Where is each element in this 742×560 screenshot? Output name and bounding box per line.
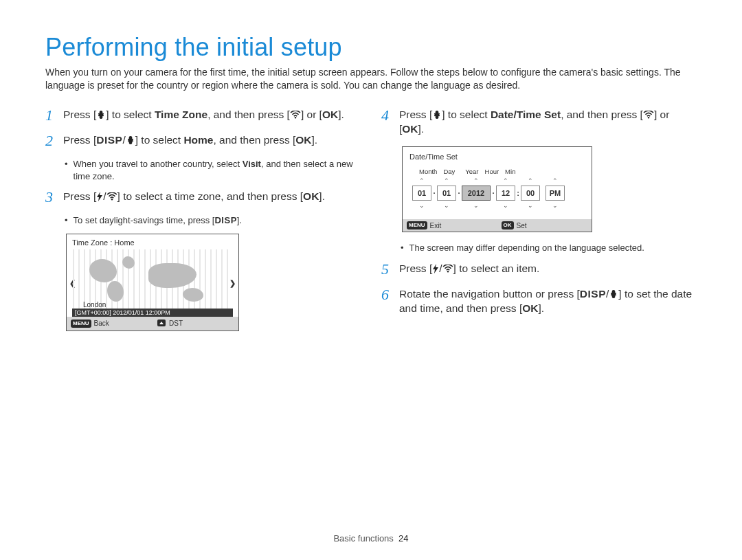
dt-day[interactable]: ⌃ 01 ⌄ [437,178,456,208]
macro-down-icon [609,289,618,299]
bold-text: Visit [243,159,261,169]
macro-down-icon [96,110,106,120]
step-number: 2 [45,133,56,148]
text: Press [ [399,262,432,274]
flash-icon [432,264,439,273]
intro-text: When you turn on your camera for the fir… [45,66,697,92]
step-number: 3 [45,189,56,205]
text: ]. [312,134,318,146]
timezone-gmt: [GMT+00:00] 2012/01/01 12:00PM [72,309,233,317]
disp-up-icon [157,318,166,328]
text: Set [517,222,527,229]
hdr-month: Month [419,168,437,175]
text: , and then press [ [207,109,290,120]
panel-title: Date/Time Set [403,147,592,165]
dt-month[interactable]: ⌃ 01 ⌄ [412,178,431,208]
dt-hour[interactable]: ⌃ 12 ⌄ [496,178,515,208]
timezone-city: London [83,301,106,309]
svg-point-3 [648,117,649,118]
panel-set[interactable]: OK Set [497,219,592,232]
flash-icon [96,192,103,201]
caret-down-icon: ⌄ [419,203,425,208]
hdr-min: Min [505,168,515,175]
caret-up-icon: ⌃ [473,178,479,183]
caret-down-icon: ⌄ [552,203,558,208]
text: When you travel to another country, sele… [74,159,243,169]
panel-exit[interactable]: MENU Exit [403,219,497,232]
caret-down-icon: ⌄ [473,203,479,208]
svg-point-0 [295,117,296,118]
hdr-year: Year [465,168,478,175]
page-footer: Basic functions 24 [0,533,742,544]
text: Press [ [63,109,96,120]
disp-label: DISP [96,134,122,146]
dt-ampm[interactable]: ⌃ PM ⌄ [546,178,565,208]
step-3-sub: To set daylight-savings time, press [DIS… [65,214,361,227]
panel-title: Time Zone : Home [67,234,238,249]
dt-value: PM [546,186,565,201]
panel-dst[interactable]: DST [153,317,238,331]
text: ]. [319,190,325,202]
text: ] or [ [301,109,322,120]
text: Press [ [63,190,96,202]
wifi-icon [643,110,654,120]
step-number: 1 [45,107,56,123]
caret-up-icon: ⌃ [444,178,449,183]
macro-down-icon [126,135,135,145]
menu-tag-icon: MENU [71,320,91,328]
ok-label: OK [295,134,311,146]
caret-up-icon: ⌃ [528,178,533,183]
step-6: 6 Rotate the navigation button or press … [381,287,697,316]
arrow-right-icon[interactable]: ❯ [229,278,236,287]
disp-label: DISP [580,288,606,300]
step-4: 4 Press [] to select Date/Time Set, and … [381,107,697,137]
macro-down-icon [432,110,442,120]
hdr-day: Day [443,168,455,175]
text: ] to select [135,134,184,146]
step-3: 3 Press [/] to select a time zone, and t… [45,189,361,205]
left-column: 1 Press [] to select Time Zone, and then… [45,107,361,331]
ok-tag-icon: OK [502,221,514,229]
right-column: 4 Press [] to select Date/Time Set, and … [381,107,697,331]
hdr-hour: Hour [485,168,499,175]
caret-down-icon: ⌄ [528,203,533,208]
text: To set daylight-savings time, press [ [74,215,215,225]
text: ] to select a time zone, and then press … [117,190,304,202]
page-number: 24 [398,533,408,544]
dt-value: 01 [437,186,456,201]
text: Press [ [63,134,96,146]
text: ]. [538,302,544,314]
text: ] to select an item. [453,262,540,274]
dt-min[interactable]: ⌃ 00 ⌄ [521,178,540,208]
dt-year[interactable]: ⌃ 2012 ⌄ [462,178,491,208]
step-4-sub: The screen may differ depending on the l… [401,242,697,254]
caret-up-icon: ⌃ [503,178,508,183]
step-number: 6 [381,287,392,316]
page-title: Performing the initial setup [45,33,697,62]
disp-label: DISP [214,215,236,225]
footer-section: Basic functions [333,533,393,544]
dt-value: 01 [412,186,431,201]
wifi-icon [442,264,453,273]
bold-text: Time Zone [155,109,207,120]
step-2-sub: When you travel to another country, sele… [65,158,361,182]
step-5: 5 Press [/] to select an item. [381,261,697,277]
panel-back[interactable]: MENU Back [67,317,153,331]
datetime-headers: Month Day Year Hour Min [403,165,592,178]
text: Exit [430,222,442,229]
text: , and then press [ [213,134,295,146]
ok-label: OK [402,123,418,135]
caret-up-icon: ⌃ [419,178,425,183]
text: Back [94,320,109,327]
text: ] to select [442,109,491,120]
timezone-panel: Time Zone : Home ❮ ❯ London [GMT+00:00] … [66,234,239,331]
wifi-icon [106,192,117,201]
ok-label: OK [322,109,338,120]
datetime-panel: Date/Time Set Month Day Year Hour Min ⌃ … [402,146,592,232]
text: ] to select [106,109,155,120]
text: Press [ [399,109,432,120]
text: ]. [237,215,242,225]
step-2: 2 Press [DISP/] to select Home, and then… [45,133,361,148]
text: DST [169,320,183,327]
text: ]. [418,123,425,135]
